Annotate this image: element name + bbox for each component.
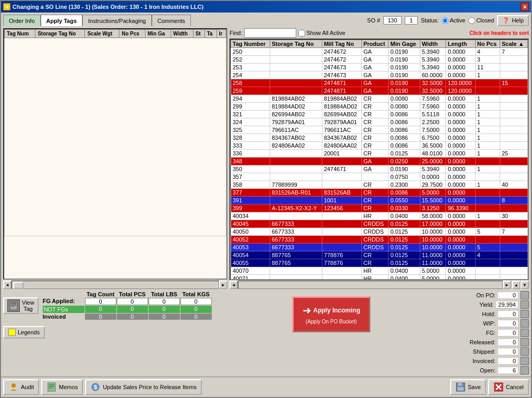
hold-value: 0	[498, 310, 518, 318]
table-row[interactable]: 2592474871GA0.019032.5000120.0000	[231, 87, 528, 95]
left-scroll-right[interactable]: ►	[219, 281, 227, 289]
table-row[interactable]: 40055887765778876CR0.012511.00000.0000	[231, 259, 528, 267]
left-scroll-left[interactable]: ◄	[3, 281, 11, 289]
stat-on-po: On PO: 0	[435, 291, 529, 299]
yield-label: Yield:	[457, 301, 493, 308]
right-hscroll-track[interactable]	[238, 281, 503, 289]
so-num2: 1	[405, 16, 418, 25]
right-scroll-down[interactable]: ▼	[521, 281, 529, 289]
table-row[interactable]: 348GA0.025025.00000.0000	[231, 158, 528, 165]
table-row[interactable]: 3570.07500.00000.0000	[231, 173, 528, 181]
help-button[interactable]: ❓ Help	[497, 15, 529, 26]
col-min-gage[interactable]: Min Gage	[389, 40, 420, 48]
find-input[interactable]	[244, 28, 296, 38]
table-row[interactable]: 33620001CR0.012548.01000.0000125	[231, 150, 528, 158]
table-row[interactable]: 35877889999CR0.230029.75000.0000140	[231, 181, 528, 189]
table-row[interactable]: 377831526AB-R01831526ABCR0.00865.00000.0…	[231, 189, 528, 197]
table-row[interactable]: 400456677333CRDDS0.012517.00000.0000	[231, 220, 528, 228]
left-scroll-thumb[interactable]	[13, 282, 23, 289]
table-row[interactable]: 2532474673GA0.01905.39400.000011	[231, 64, 528, 71]
view-tag-button[interactable]: View Tag	[3, 297, 39, 314]
table-row[interactable]: 2542474673GA0.019060.00000.00001	[231, 71, 528, 79]
col-mill-tag[interactable]: Mill Tag No	[322, 40, 361, 48]
table-row[interactable]: 400526677333CRDDS0.012510.00000.0000	[231, 236, 528, 244]
fg-icon	[521, 329, 529, 337]
audit-button[interactable]: Audit	[3, 379, 39, 395]
table-row[interactable]: 333824806AA02824806AA02CR0.008636.50000.…	[231, 142, 528, 150]
show-all-checkbox[interactable]	[298, 30, 305, 37]
right-scroll-up[interactable]: ▲	[512, 281, 521, 289]
cancel-button[interactable]: Cancel	[488, 379, 529, 395]
col-product[interactable]: Product	[361, 40, 389, 48]
closed-radio[interactable]	[468, 17, 475, 24]
col-no-pcs[interactable]: No Pcs	[475, 40, 500, 48]
title-bar: ⚙ Changing a SO Line (130 - 1) (Sales Or…	[1, 1, 531, 13]
table-row[interactable]: 328834367AB02834367AB02CR0.00866.75000.0…	[231, 134, 528, 142]
table-row[interactable]: 40070HR0.04005.00000.0000	[231, 267, 528, 275]
table-row[interactable]: 3502474671GA0.01905.39400.00001	[231, 165, 528, 173]
status-label: Status:	[421, 17, 439, 23]
table-row[interactable]: 40054887765778876CR0.012511.00000.00004	[231, 251, 528, 259]
svg-rect-2	[11, 304, 16, 305]
left-col-ir[interactable]: Ir	[216, 30, 226, 38]
col-scale[interactable]: Scale ▲	[500, 40, 527, 48]
left-col-st[interactable]: St	[193, 30, 204, 38]
table-row[interactable]: 400536677333CRDDS0.012510.00000.00005	[231, 244, 528, 251]
left-col-tag-num[interactable]: Tag Num	[5, 30, 35, 38]
memos-button[interactable]: Memos	[41, 379, 83, 395]
tab-order-info[interactable]: Order Info	[3, 15, 41, 26]
col-length[interactable]: Length	[446, 40, 475, 48]
table-row[interactable]: 2522474672GA0.01905.39400.00003	[231, 56, 528, 64]
tab-instructions[interactable]: Instructions/Packaging	[82, 15, 152, 26]
table-row[interactable]: 294819884AB02819884AB02CR0.00807.59600.0…	[231, 95, 528, 103]
left-scroll-track[interactable]	[11, 281, 219, 289]
right-scroll-right[interactable]: ►	[503, 281, 511, 289]
table-row[interactable]: 321826994AB02826994AB02CR0.00865.51180.0…	[231, 111, 528, 118]
table-row[interactable]: 40071HR0.04005.00000.0000	[231, 275, 528, 281]
left-col-storage[interactable]: Storage Tag No	[35, 30, 85, 38]
open-icon	[521, 366, 529, 375]
close-button[interactable]: ✕	[521, 3, 529, 11]
left-col-no-pcs[interactable]: No Pcs	[119, 30, 146, 38]
table-row[interactable]: 324792879AA01792879AA01CR0.00862.25000.0…	[231, 118, 528, 126]
top-section: Tag Num Storage Tag No Scale Wgt No Pcs …	[3, 28, 529, 289]
table-row[interactable]: 2582474871GA0.019032.5000120.000015	[231, 79, 528, 87]
update-sales-button[interactable]: $ Update Sales Price to Release Items	[85, 379, 202, 395]
table-row[interactable]: 299819884AD02819884AD02CR0.00807.59600.0…	[231, 103, 528, 111]
table-row[interactable]: 40034HR0.040058.00000.0000130	[231, 212, 528, 220]
left-col-width[interactable]: Width	[171, 30, 194, 38]
right-scroll-left[interactable]: ◄	[229, 281, 238, 289]
left-col-min-ga[interactable]: Min Ga	[146, 30, 171, 38]
right-bottom-scroll: ◄ ► ▲ ▼	[229, 281, 529, 289]
stats-invoiced-count: 0	[85, 313, 116, 320]
fg-value: 0	[498, 329, 518, 336]
table-row[interactable]: 2502474672GA0.01905.39400.000047	[231, 48, 528, 56]
col-tag-number[interactable]: Tag Number	[231, 40, 270, 48]
active-radio[interactable]	[442, 17, 449, 24]
tab-apply-tags[interactable]: Apply Tags	[41, 15, 82, 26]
left-col-ta[interactable]: Ta	[204, 30, 216, 38]
active-radio-label[interactable]: Active	[442, 17, 465, 24]
stats-fg-pcs: 0	[117, 298, 148, 305]
save-button[interactable]: Save	[450, 379, 486, 395]
main-window: ⚙ Changing a SO Line (130 - 1) (Sales Or…	[0, 0, 532, 398]
apply-btn-sub: (Apply On PO Bucket)	[306, 319, 357, 324]
apply-incoming-button[interactable]: ➜ Apply Incoming (Apply On PO Bucket)	[292, 296, 370, 332]
table-row[interactable]: 325796611AC796611ACCR0.00867.50000.00001	[231, 126, 528, 134]
col-width[interactable]: Width	[420, 40, 446, 48]
left-col-scale[interactable]: Scale Wgt	[85, 30, 119, 38]
on-po-icon	[521, 291, 529, 299]
table-row[interactable]: 399A-12345-X2-X2-Y123456CR0.03303.125096…	[231, 204, 528, 212]
legends-button[interactable]: Legends	[3, 326, 45, 339]
table-row[interactable]: 400506677333CRDDS0.012510.00000.000057	[231, 228, 528, 236]
stats-header-count: Tag Count	[85, 291, 116, 297]
right-table-container: Tag Number Storage Tag No Mill Tag No Pr…	[229, 39, 529, 280]
show-all-label[interactable]: Show All Active	[298, 30, 345, 37]
stat-released: Released: 0	[435, 338, 529, 346]
tab-comments[interactable]: Comments	[152, 15, 191, 26]
left-scrollbar: ◄ ►	[3, 281, 227, 289]
table-row[interactable]: 3911001CR0.055015.50000.00008	[231, 197, 528, 204]
closed-radio-label[interactable]: Closed	[468, 17, 494, 24]
left-table-container: Tag Num Storage Tag No Scale Wgt No Pcs …	[3, 28, 227, 280]
col-storage-tag[interactable]: Storage Tag No	[270, 40, 322, 48]
